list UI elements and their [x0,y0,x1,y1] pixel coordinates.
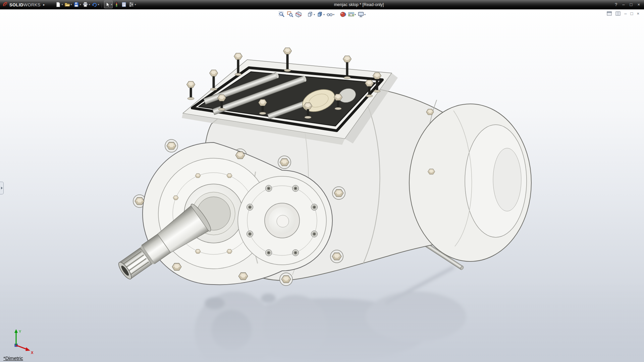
dropdown-arrow-icon[interactable]: ▾ [70,3,72,6]
cover-bolt [187,81,195,100]
dropdown-arrow-icon[interactable]: ▾ [364,13,366,16]
brand-text-solid: SOLID [9,2,23,7]
document-title: menjac sklop * [Read-only] [114,2,604,7]
titlebar: SOLIDWORKS ▸ ▾ ▾ ▾ ▾ ▾ ▾ [0,0,644,9]
edit-appearance-sphere-icon [339,11,346,18]
doc-restore-button[interactable]: □ [631,11,633,16]
view-orientation-label: *Dimetric [3,356,23,361]
new-document-icon [55,2,61,7]
rebuild-button[interactable] [113,1,120,8]
view-settings-button[interactable]: ▾ [357,11,366,18]
open-button[interactable]: ▾ [64,1,72,8]
housing-bolt[interactable] [428,169,435,174]
dropdown-arrow-icon[interactable]: ▾ [135,3,136,6]
select-cursor-icon [105,2,110,7]
close-button[interactable]: × [637,2,640,7]
split-layout-button[interactable] [615,11,621,16]
dropdown-arrow-icon[interactable]: ▾ [111,3,112,6]
apply-scene-icon [348,11,355,18]
print-button[interactable]: ▾ [82,1,91,8]
save-button[interactable]: ▾ [73,1,82,8]
dropdown-arrow-icon[interactable]: ▾ [355,13,356,16]
file-properties-icon [121,2,127,7]
y-axis-label: Y [19,329,21,334]
options-button[interactable]: ▾ [128,1,137,8]
minimize-button[interactable]: – [622,2,625,7]
restore-button[interactable]: □ [630,2,633,7]
view-settings-monitor-icon [358,11,364,18]
rebuild-traffic-light-icon [114,2,119,7]
x-axis-label: X [31,351,34,355]
document-window-controls: – □ × [607,11,639,16]
dropdown-arrow-icon[interactable]: ▾ [333,13,334,16]
open-folder-icon [64,2,70,7]
dropdown-arrow-icon[interactable]: ▾ [98,3,99,6]
window-controls: ? – □ × [615,2,644,7]
heads-up-view-toolbar: ▾ ▾ ▾ ▾ ▾ [278,11,366,18]
model-canvas[interactable]: Y X [0,0,644,362]
hide-show-items-button[interactable]: ▾ [326,11,335,18]
view-orientation-button[interactable]: ▾ [307,11,315,18]
dropdown-arrow-icon[interactable]: ▾ [61,3,63,6]
display-style-cube-icon [317,11,323,18]
window-pane-icon [607,11,612,16]
print-icon [83,2,88,7]
hide-show-glasses-icon [326,11,333,18]
reflection-fade [0,285,644,362]
featuremanager-flyout-handle[interactable] [0,182,4,194]
zoom-fit-icon [278,11,285,18]
toolbar-separator [102,2,102,8]
help-button[interactable]: ? [615,2,617,7]
section-view-button[interactable] [295,11,302,18]
input-flange[interactable] [238,176,326,265]
file-properties-button[interactable] [120,1,127,8]
edit-appearance-button[interactable] [339,11,346,18]
undo-icon [92,2,97,7]
zoom-fit-button[interactable] [278,11,285,18]
doc-close-button[interactable]: × [637,11,639,16]
zoom-area-button[interactable] [286,11,294,18]
dropdown-arrow-icon[interactable]: ▾ [314,13,315,16]
display-style-button[interactable]: ▾ [316,11,325,18]
brand-text-works: WORKS [23,2,41,7]
undo-button[interactable]: ▾ [91,1,100,8]
dropdown-arrow-icon[interactable]: ▾ [89,3,90,6]
save-icon [73,2,79,7]
split-pane-icon [615,11,621,16]
standard-toolbar: ▾ ▾ ▾ ▾ ▾ ▾ ▾ [55,1,137,8]
select-button[interactable]: ▾ [104,1,113,8]
dropdown-arrow-icon[interactable]: ▾ [323,13,325,16]
dropdown-arrow-icon[interactable]: ▾ [79,3,81,6]
view-orientation-cube-icon [307,11,314,18]
zoom-area-icon [287,11,293,18]
pane-layout-button[interactable] [607,11,612,16]
solidworks-logo: SOLIDWORKS ▸ [0,2,47,8]
apply-scene-button[interactable]: ▾ [347,11,356,18]
solidworks-logo-icon [3,2,8,7]
options-icon [128,2,134,7]
new-button[interactable]: ▾ [55,1,63,8]
gearbox-model[interactable] [113,48,531,286]
rear-housing-dome[interactable] [409,104,531,261]
housing-bolt[interactable] [426,109,434,115]
section-view-icon [295,11,302,18]
doc-minimize-button[interactable]: – [624,11,627,16]
menu-expand-arrow[interactable]: ▸ [43,3,45,6]
